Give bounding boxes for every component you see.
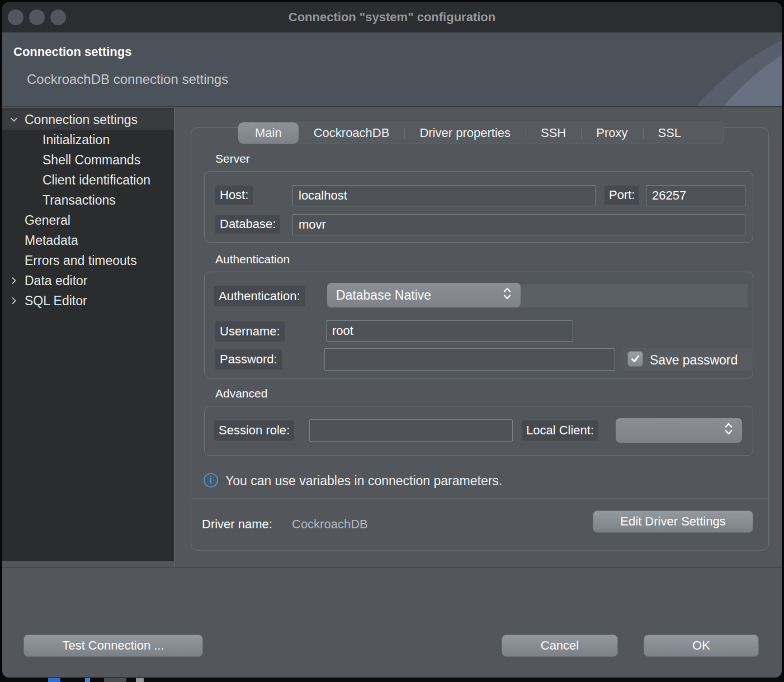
password-field[interactable] bbox=[324, 348, 615, 371]
host-label: Host: bbox=[215, 186, 253, 205]
dock-icon-fragment bbox=[85, 678, 90, 682]
dock-icon-fragment bbox=[104, 678, 126, 682]
info-text: You can use variables in connection para… bbox=[225, 473, 502, 489]
sidebar-item-shell-commands[interactable]: Shell Commands bbox=[2, 150, 174, 170]
sidebar-item-metadata[interactable]: Metadata bbox=[2, 230, 174, 250]
dialog-header: Connection settings CockroachDB connecti… bbox=[2, 32, 782, 107]
ok-button[interactable]: OK bbox=[644, 634, 759, 657]
chevron-right-icon[interactable] bbox=[8, 274, 20, 287]
port-field[interactable] bbox=[646, 185, 745, 206]
session-role-field[interactable] bbox=[309, 419, 513, 442]
checkmark-icon bbox=[630, 354, 640, 364]
password-label: Password: bbox=[215, 349, 282, 370]
tree-item-label: General bbox=[25, 213, 70, 228]
server-group-title: Server bbox=[215, 152, 250, 165]
authentication-group-title: Authentication bbox=[215, 253, 290, 266]
sidebar-item-transactions[interactable]: Transactions bbox=[2, 190, 174, 210]
desktop-background bbox=[0, 678, 784, 682]
save-password-label[interactable]: Save password bbox=[650, 352, 753, 368]
tab-label: SSH bbox=[541, 126, 566, 140]
header-title: Connection settings bbox=[13, 45, 131, 59]
tree-item-label: Client identification bbox=[42, 173, 150, 188]
tree-item-label: Transactions bbox=[42, 193, 116, 208]
sidebar-item-errors-and-timeouts[interactable]: Errors and timeouts bbox=[2, 250, 174, 271]
sidebar-item-general[interactable]: General bbox=[2, 210, 174, 230]
database-label: Database: bbox=[215, 215, 280, 234]
connection-tabs: Main CockroachDB Driver properties SSH P… bbox=[238, 122, 724, 144]
authentication-label: Authentication: bbox=[214, 286, 305, 306]
tab-ssl[interactable]: SSL bbox=[643, 122, 697, 144]
driver-name-value: CockroachDB bbox=[292, 517, 368, 532]
session-role-label: Session role: bbox=[214, 420, 294, 441]
edit-driver-settings-button[interactable]: Edit Driver Settings bbox=[593, 510, 753, 533]
dock-icon-fragment bbox=[136, 678, 144, 682]
sidebar-item-connection-settings[interactable]: Connection settings bbox=[2, 110, 174, 130]
driver-name-label: Driver name: bbox=[202, 517, 272, 532]
chevron-updown-icon bbox=[503, 286, 512, 305]
dock-icon-fragment bbox=[48, 678, 60, 682]
tab-ssh[interactable]: SSH bbox=[526, 122, 581, 144]
tab-label: SSL bbox=[658, 126, 682, 140]
chevron-right-icon[interactable] bbox=[8, 295, 20, 307]
header-divider bbox=[2, 106, 782, 107]
database-field[interactable] bbox=[292, 214, 745, 235]
tree-item-label: Metadata bbox=[25, 233, 78, 248]
settings-tree: Connection settings Initialization Shell… bbox=[2, 108, 174, 561]
chevron-down-icon[interactable] bbox=[8, 113, 20, 126]
sidebar-item-initialization[interactable]: Initialization bbox=[2, 130, 174, 150]
tree-item-label: Initialization bbox=[42, 132, 110, 148]
test-connection-button[interactable]: Test Connection ... bbox=[23, 634, 203, 657]
cancel-button[interactable]: Cancel bbox=[502, 634, 618, 657]
tree-item-label: Shell Commands bbox=[42, 153, 140, 168]
panel-divider bbox=[191, 498, 768, 499]
save-password-checkbox[interactable] bbox=[627, 351, 643, 367]
sidebar-item-client-identification[interactable]: Client identification bbox=[2, 170, 174, 190]
username-label: Username: bbox=[215, 321, 285, 342]
header-subtitle: CockroachDB connection settings bbox=[27, 72, 228, 87]
host-field[interactable] bbox=[292, 185, 596, 206]
tab-main[interactable]: Main bbox=[238, 122, 299, 144]
connection-configuration-dialog: Connection "system" configuration Connec… bbox=[2, 2, 782, 678]
advanced-group-title: Advanced bbox=[215, 387, 267, 400]
sidebar-item-data-editor[interactable]: Data editor bbox=[2, 271, 174, 291]
tree-item-label: Data editor bbox=[25, 273, 88, 288]
tree-item-label: SQL Editor bbox=[25, 293, 87, 309]
tab-cockroachdb[interactable]: CockroachDB bbox=[299, 122, 405, 144]
chevron-updown-icon bbox=[724, 421, 733, 440]
local-client-select[interactable] bbox=[616, 418, 742, 443]
tree-item-label: Connection settings bbox=[25, 112, 138, 127]
tree-item-label: Errors and timeouts bbox=[25, 253, 137, 268]
tab-label: Driver properties bbox=[419, 126, 511, 140]
footer-divider bbox=[2, 567, 782, 568]
tab-label: CockroachDB bbox=[314, 126, 390, 140]
auth-method-select[interactable]: Database Native bbox=[327, 283, 521, 307]
window-title: Connection "system" configuration bbox=[2, 2, 782, 32]
sidebar-splitter[interactable] bbox=[174, 108, 175, 567]
tab-label: Main bbox=[255, 126, 282, 140]
local-client-label: Local Client: bbox=[522, 420, 598, 441]
tab-proxy[interactable]: Proxy bbox=[581, 122, 643, 144]
tab-driver-properties[interactable]: Driver properties bbox=[404, 122, 526, 144]
tab-label: Proxy bbox=[596, 126, 627, 140]
port-label: Port: bbox=[604, 186, 639, 205]
sidebar-item-sql-editor[interactable]: SQL Editor bbox=[2, 291, 174, 311]
info-icon: i bbox=[204, 473, 218, 487]
username-field[interactable] bbox=[326, 320, 573, 342]
titlebar: Connection "system" configuration bbox=[2, 2, 782, 32]
auth-method-value: Database Native bbox=[336, 288, 503, 303]
